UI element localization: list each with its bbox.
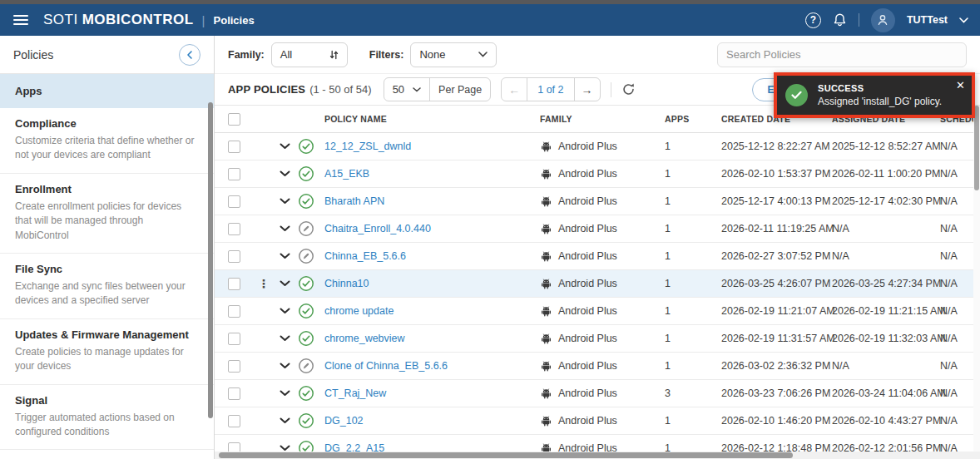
row-expand-chevron-icon[interactable]: [275, 417, 294, 424]
row-checkbox[interactable]: [228, 250, 240, 263]
pagination: ← 1 of 2 →: [501, 77, 600, 101]
row-checkbox[interactable]: [228, 195, 240, 208]
created-date: 2026-02-27 3:07:52 PM: [721, 250, 830, 262]
sidebar-item-compliance[interactable]: Compliance Customize criteria that defin…: [0, 108, 214, 174]
policy-name-link[interactable]: A15_EKB: [318, 168, 369, 180]
row-checkbox[interactable]: [228, 415, 240, 427]
col-apps[interactable]: APPS: [655, 114, 711, 124]
family-value: Android Plus: [558, 223, 617, 234]
sidebar-item-device-relocation[interactable]: Device Relocation Relocate devices into …: [0, 450, 214, 459]
toast-title: SUCCESS: [818, 83, 942, 93]
sidebar-item-signal[interactable]: Signal Trigger automated actions based o…: [0, 385, 214, 451]
user-name[interactable]: TUTTest: [907, 14, 948, 26]
row-expand-chevron-icon[interactable]: [275, 308, 294, 314]
row-checkbox[interactable]: [228, 360, 240, 373]
android-icon: [540, 415, 552, 427]
family-value: Android Plus: [558, 250, 617, 262]
col-family[interactable]: FAMILY: [530, 114, 655, 124]
row-checkbox[interactable]: [228, 141, 240, 153]
sidebar-item-apps[interactable]: Apps: [0, 74, 214, 108]
refresh-icon[interactable]: [621, 82, 636, 96]
per-page-label: Per Page: [429, 78, 490, 101]
notifications-bell-icon[interactable]: [833, 12, 847, 27]
sidebar-nav: Apps Compliance Customize criteria that …: [0, 74, 214, 459]
family-value: Android Plus: [558, 333, 617, 344]
created-date: 2026-03-23 7:06:26 PM: [721, 387, 830, 399]
filters-dropdown[interactable]: None: [410, 42, 497, 67]
policy-name-link[interactable]: CT_Raj_New: [318, 387, 386, 399]
row-checkbox[interactable]: [228, 278, 240, 290]
search-input[interactable]: [717, 42, 967, 67]
policy-name-link[interactable]: 12_12_ZSL_dwnld: [318, 141, 411, 152]
app-header: SOTI MOBICONTROL | Policies ? TUTTest: [0, 4, 980, 36]
row-expand-chevron-icon[interactable]: [275, 363, 294, 369]
next-page-button[interactable]: →: [575, 78, 600, 101]
created-date: 2026-02-10 1:46:20 PM: [721, 415, 830, 427]
assigned-date: 2026-02-19 11:21:15 AM: [832, 305, 946, 317]
policy-name-link[interactable]: Chaitra_Enroll_4.0.440: [318, 223, 431, 234]
row-expand-chevron-icon[interactable]: [275, 253, 294, 259]
policy-name-link[interactable]: chrome update: [318, 305, 393, 317]
user-menu-chevron-icon[interactable]: [959, 17, 968, 23]
row-expand-chevron-icon[interactable]: [275, 335, 294, 342]
horizontal-scrollbar[interactable]: [215, 452, 980, 459]
user-avatar[interactable]: [871, 8, 895, 32]
family-filter-dropdown[interactable]: All: [271, 42, 348, 67]
table-row: ⋮ Clone of Chinna_EB_5.6.6 Android Plus …: [215, 353, 980, 380]
row-expand-chevron-icon[interactable]: [275, 280, 294, 287]
sidebar-item-updates-firmware-management[interactable]: Updates & Firmware Management Create pol…: [0, 319, 214, 385]
row-checkbox[interactable]: [228, 387, 240, 400]
sidebar-item-file-sync[interactable]: File Sync Exchange and sync files betwee…: [0, 254, 214, 319]
hamburger-menu-icon[interactable]: [13, 15, 28, 25]
list-title: APP POLICIES: [228, 83, 305, 96]
toolbar-separator: [611, 82, 611, 97]
row-expand-chevron-icon[interactable]: [275, 198, 294, 205]
status-active-icon: [298, 330, 314, 347]
chevron-down-icon: [413, 87, 421, 92]
select-all-checkbox[interactable]: [228, 113, 240, 126]
sidebar-item-enrollment[interactable]: Enrollment Create enrollment policies fo…: [0, 174, 214, 254]
apps-count: 1: [665, 195, 671, 207]
policy-name-link[interactable]: Clone of Chinna_EB_5.6.6: [318, 360, 448, 372]
previous-page-button[interactable]: ←: [502, 78, 527, 101]
status-draft-icon: [298, 220, 314, 237]
policy-name-link[interactable]: Chinna_EB_5.6.6: [318, 250, 406, 262]
android-icon: [540, 305, 552, 318]
row-checkbox[interactable]: [228, 223, 240, 235]
row-actions-kebab-icon[interactable]: ⋮: [258, 278, 270, 289]
apps-count: 1: [665, 168, 671, 180]
android-icon: [540, 250, 552, 263]
help-icon[interactable]: ?: [805, 12, 821, 28]
table-row: ⋮ Chinna_EB_5.6.6 Android Plus 1 2026-02…: [215, 243, 980, 270]
sidebar-scrollbar[interactable]: [208, 102, 213, 418]
status-draft-icon: [298, 358, 314, 374]
row-expand-chevron-icon[interactable]: [275, 143, 294, 150]
android-icon: [540, 360, 552, 373]
created-date: 2025-12-12 8:22:27 AM: [721, 141, 830, 152]
row-expand-chevron-icon[interactable]: [275, 445, 294, 452]
android-icon: [540, 168, 552, 180]
sidebar-collapse-button[interactable]: [179, 44, 200, 66]
sidebar-item-description: Create policies to manage updates for yo…: [15, 345, 199, 374]
table-body: ⋮ 12_12_ZSL_dwnld Android Plus 1 2025-12…: [215, 133, 980, 459]
assigned-date: 2026-02-19 11:32:03 AM: [832, 333, 946, 344]
policy-name-link[interactable]: chrome_webview: [318, 333, 405, 344]
row-checkbox[interactable]: [228, 333, 240, 345]
row-expand-chevron-icon[interactable]: [275, 170, 294, 177]
vertical-scrollbar[interactable]: [973, 106, 980, 452]
row-checkbox[interactable]: [228, 305, 240, 318]
status-active-icon: [298, 275, 314, 292]
status-active-icon: [298, 138, 314, 155]
policy-name-link[interactable]: DG_102: [318, 415, 364, 427]
row-checkbox[interactable]: [228, 168, 240, 180]
policy-name-link[interactable]: Chinna10: [318, 278, 369, 289]
per-page-dropdown[interactable]: 50: [384, 83, 429, 96]
table-row: ⋮ Bharath APN Android Plus 1 2025-12-17 …: [215, 188, 980, 215]
policy-name-link[interactable]: Bharath APN: [318, 195, 384, 207]
toast-close-icon[interactable]: ✕: [956, 80, 965, 91]
policies-sidebar: Policies Apps Compliance Customize crite…: [0, 36, 215, 459]
row-expand-chevron-icon[interactable]: [275, 225, 294, 232]
col-policy-name[interactable]: POLICY NAME: [318, 114, 530, 124]
android-icon: [540, 141, 552, 153]
row-expand-chevron-icon[interactable]: [275, 390, 294, 397]
